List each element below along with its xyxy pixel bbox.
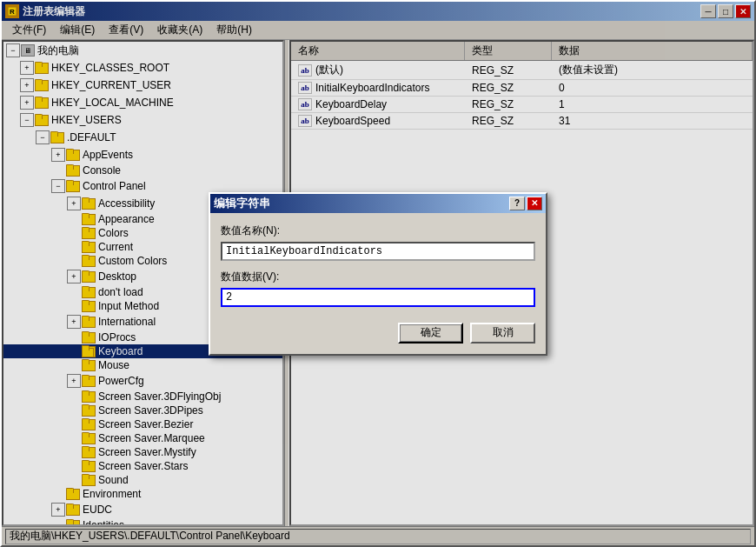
dialog-close-button[interactable]: ✕ [527, 197, 542, 210]
dialog-name-label: 数值名称(N): [221, 223, 535, 238]
dialog-cancel-button[interactable]: 取消 [470, 323, 535, 344]
dialog-title: 编辑字符串 [214, 196, 509, 211]
edit-string-dialog: 编辑字符串 ? ✕ 数值名称(N): 数值数据(V): 确定 取消 [209, 192, 547, 356]
dialog-data-label: 数值数据(V): [221, 270, 535, 284]
dialog-content: 数值名称(N): 数值数据(V): 确定 取消 [210, 213, 546, 354]
dialog-title-buttons: ? ✕ [509, 197, 542, 210]
dialog-buttons: 确定 取消 [221, 319, 535, 345]
dialog-data-input[interactable] [221, 288, 535, 307]
main-window: R 注册表编辑器 ─ □ ✕ 文件(F) 编辑(E) 查看(V) 收藏夹(A) … [0, 0, 756, 547]
dialog-overlay: 编辑字符串 ? ✕ 数值名称(N): 数值数据(V): 确定 取消 [2, 2, 754, 545]
dialog-ok-button[interactable]: 确定 [398, 323, 463, 344]
dialog-help-button[interactable]: ? [509, 197, 525, 210]
dialog-title-bar: 编辑字符串 ? ✕ [210, 194, 546, 213]
dialog-name-input[interactable] [221, 242, 535, 261]
